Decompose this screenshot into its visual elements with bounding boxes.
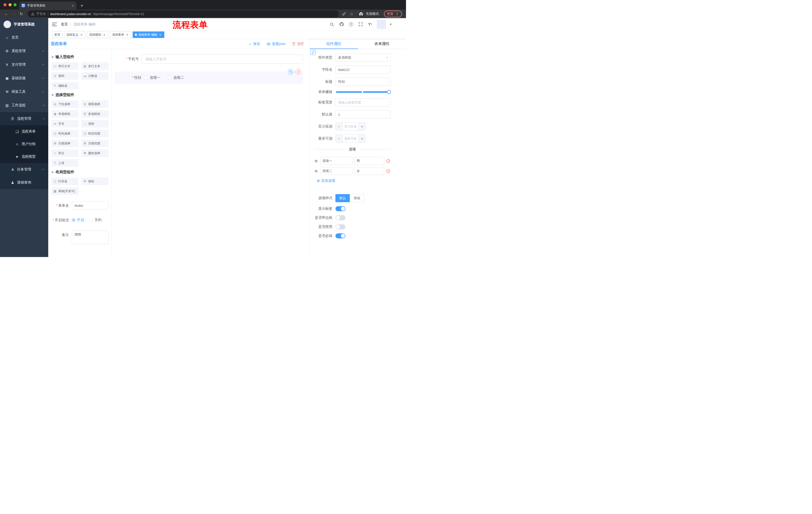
field-phone[interactable]: 手机号: [115, 55, 303, 64]
browser-tab[interactable]: 芋道管理系统: [19, 1, 76, 9]
save-button[interactable]: 保存: [249, 42, 260, 46]
form-grid-slider[interactable]: [336, 91, 389, 93]
chip-password[interactable]: 密码: [51, 72, 79, 80]
browser-menu-icon[interactable]: [395, 11, 399, 16]
sidebar-item-user-group[interactable]: 用户分组: [0, 138, 48, 151]
key-icon[interactable]: [342, 12, 346, 16]
reload-icon[interactable]: [18, 10, 25, 17]
sidebar-item-infrastructure[interactable]: 基础设施: [0, 72, 48, 85]
url-bar[interactable]: 不安全 dashboard.yudao.iocoder.cn /bpm/mana…: [28, 10, 339, 17]
chip-date-range[interactable]: 日期范围: [81, 140, 109, 147]
help-button[interactable]: [348, 21, 354, 27]
chevron-down-icon[interactable]: [390, 23, 392, 26]
show-label-switch[interactable]: [336, 206, 345, 211]
form-canvas[interactable]: 手机号 性别 选项一 选项二: [112, 49, 310, 257]
close-window-button[interactable]: [3, 3, 6, 6]
increase-button[interactable]: [358, 123, 365, 130]
checkbox-icon[interactable]: [144, 76, 148, 79]
radio-closed[interactable]: 关闭: [89, 218, 102, 222]
sidebar-item-home[interactable]: 首页: [0, 31, 48, 44]
chip-radio-group[interactable]: 单选框组: [51, 110, 79, 118]
chip-select[interactable]: 下拉选择: [51, 100, 79, 108]
app-logo[interactable]: 芋道管理系统: [0, 18, 48, 31]
slider-handle[interactable]: [387, 90, 391, 94]
remove-option-icon[interactable]: [386, 159, 390, 163]
chip-time-range[interactable]: 时间范围: [81, 130, 109, 137]
sidebar-collapse-button[interactable]: [48, 22, 61, 26]
drag-handle-icon[interactable]: [314, 159, 318, 163]
forward-icon[interactable]: [10, 10, 17, 17]
tag-process-definition[interactable]: 流程定义: [64, 31, 85, 38]
user-avatar[interactable]: [377, 20, 386, 29]
disabled-switch[interactable]: [336, 224, 345, 229]
new-tab-button[interactable]: [80, 2, 83, 9]
chip-editor[interactable]: 编辑器: [51, 82, 79, 89]
sidebar-item-task-management[interactable]: 任务管理: [0, 163, 48, 176]
sidebar-item-process-management[interactable]: 流程管理: [0, 112, 48, 125]
default-value-input[interactable]: [336, 110, 390, 118]
form-remark-input[interactable]: 嘿嘿: [72, 231, 109, 244]
tag-process-form-edit[interactable]: 流程表单-编辑: [133, 31, 164, 38]
chip-single-line-text[interactable]: 单行文本: [51, 62, 79, 70]
phone-input[interactable]: [142, 55, 303, 64]
checkbox-option-two[interactable]: 选项二: [168, 76, 184, 80]
tab-close-icon[interactable]: [71, 4, 74, 7]
field-name-input[interactable]: [336, 65, 390, 74]
option-value-input[interactable]: [354, 167, 384, 175]
tag-close-icon[interactable]: [158, 33, 162, 36]
minimize-window-button[interactable]: [8, 3, 11, 6]
chip-button[interactable]: 按钮: [81, 178, 109, 185]
clear-button[interactable]: 清空: [292, 42, 304, 46]
tag-process-model[interactable]: 流程模型: [87, 31, 108, 38]
checkbox-option-one[interactable]: 选项一: [144, 76, 160, 80]
chip-cascader[interactable]: 级联选择: [81, 100, 109, 108]
tab-form-props[interactable]: 表单属性: [358, 39, 406, 49]
chip-table[interactable]: 表格[开发中]: [51, 187, 79, 195]
back-icon[interactable]: [3, 10, 9, 17]
chip-upload[interactable]: 上传: [51, 159, 79, 167]
required-switch[interactable]: [336, 233, 345, 238]
radio-open[interactable]: 开启: [72, 218, 84, 222]
sidebar-item-workflow[interactable]: 工作流程: [0, 99, 48, 112]
zoom-window-button[interactable]: [13, 3, 17, 6]
remove-option-icon[interactable]: [386, 169, 390, 173]
sidebar-item-system-management[interactable]: 系统管理: [0, 44, 48, 58]
sidebar-item-devtools[interactable]: 研发工具: [0, 85, 48, 99]
sidebar-item-payment-management[interactable]: 支付管理: [0, 58, 48, 72]
chip-checkbox-group[interactable]: 多选框组: [81, 110, 109, 118]
github-button[interactable]: [339, 21, 344, 27]
tag-close-icon[interactable]: [125, 33, 129, 36]
view-json-button[interactable]: 查看json: [266, 42, 285, 46]
chip-multi-line-text[interactable]: 多行文本: [81, 62, 109, 70]
tag-process-form[interactable]: 流程表单: [110, 31, 131, 38]
increase-button[interactable]: [358, 135, 365, 142]
update-button[interactable]: 更新: [384, 10, 402, 17]
decrease-button[interactable]: [336, 123, 343, 130]
tag-close-icon[interactable]: [80, 33, 83, 36]
delete-field-button[interactable]: [295, 69, 301, 75]
chip-row-container[interactable]: 行容器: [51, 178, 79, 185]
min-select-input[interactable]: [343, 123, 358, 130]
chip-date-picker[interactable]: 日期选择: [51, 140, 79, 147]
drag-handle-icon[interactable]: [314, 169, 318, 173]
font-size-icon[interactable]: [367, 21, 373, 27]
add-option-button[interactable]: 添加选项: [317, 179, 390, 183]
option-name-input[interactable]: [320, 157, 352, 165]
chip-switch[interactable]: 开关: [51, 120, 79, 128]
title-input[interactable]: [336, 78, 390, 86]
field-gender-selected[interactable]: 性别 选项一 选项二: [115, 72, 303, 84]
chip-counter[interactable]: 计数器: [81, 72, 109, 80]
sidebar-item-process-form[interactable]: 流程表单: [0, 125, 48, 138]
chip-rate[interactable]: 评分: [51, 150, 79, 157]
option-value-input[interactable]: [354, 157, 384, 165]
max-select-input[interactable]: [343, 135, 358, 142]
sidebar-item-leave-query[interactable]: 请假查询: [0, 176, 48, 189]
fullscreen-button[interactable]: [358, 21, 363, 27]
tab-component-props[interactable]: 组件属性: [310, 39, 358, 49]
style-default-button[interactable]: 默认: [336, 194, 350, 202]
tag-home[interactable]: 首页: [52, 31, 63, 38]
copy-field-button[interactable]: [288, 69, 293, 75]
checkbox-icon[interactable]: [168, 76, 171, 79]
chip-color-picker[interactable]: 颜色选择: [81, 150, 109, 157]
breadcrumb-home[interactable]: 首页: [61, 22, 68, 27]
